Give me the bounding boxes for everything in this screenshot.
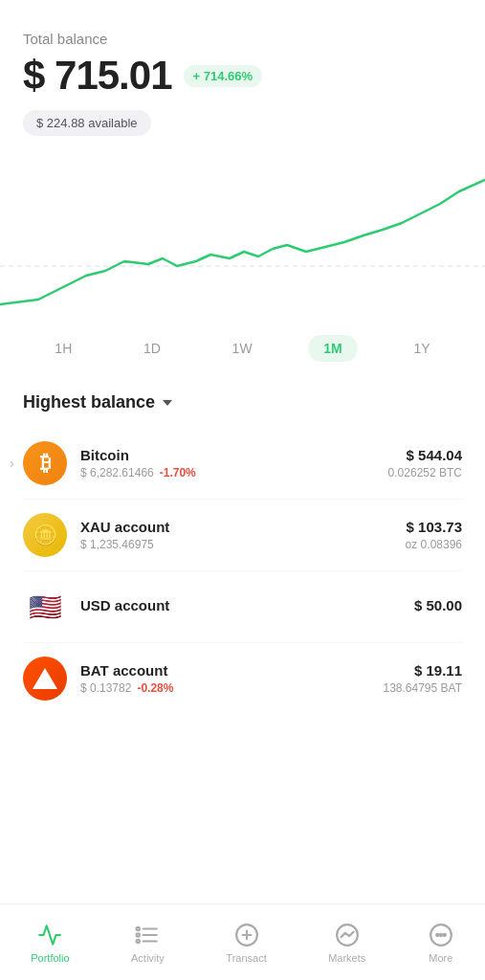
bitcoin-qty: 0.026252 BTC [388,466,462,479]
xau-price: $ 1,235.46975 [80,538,154,551]
nav-markets[interactable]: Markets [313,914,381,971]
total-balance-label: Total balance [23,31,462,47]
asset-item-bat[interactable]: BAT account $ 0.13782 -0.28% $ 19.11 138… [23,643,462,714]
usd-values: $ 50.00 [414,597,462,616]
asset-item-xau[interactable]: 🪙 XAU account $ 1,235.46975 $ 103.73 oz … [23,500,462,571]
activity-icon [134,922,161,948]
asset-item-usd[interactable]: 🇺🇸 USD account $ 50.00 [23,571,462,643]
section-header[interactable]: Highest balance [0,392,485,412]
usd-info: USD account [80,597,414,616]
xau-info: XAU account $ 1,235.46975 [80,519,406,551]
usd-flag-icon: 🇺🇸 [23,585,67,629]
transact-icon [233,922,260,948]
bitcoin-values: $ 544.04 0.026252 BTC [388,447,462,479]
balance-change-badge: + 714.66% [184,65,263,87]
bat-subinfo: $ 0.13782 -0.28% [80,681,383,695]
nav-portfolio[interactable]: Portfolio [15,914,84,971]
bitcoin-subinfo: $ 6,282.61466 -1.70% [80,466,388,479]
time-1h[interactable]: 1H [39,335,87,362]
bat-info: BAT account $ 0.13782 -0.28% [80,662,383,695]
bottom-navigation: Portfolio Activity Transact [0,903,485,980]
time-1y[interactable]: 1Y [399,335,446,362]
activity-nav-label: Activity [131,952,165,964]
bitcoin-change: -1.70% [160,466,196,479]
svg-point-6 [137,939,140,942]
bitcoin-price: $ 6,282.61466 [80,466,154,479]
bat-price: $ 0.13782 [80,681,131,695]
xau-subinfo: $ 1,235.46975 [80,538,406,551]
markets-nav-label: Markets [328,952,365,964]
svg-point-5 [137,933,140,936]
time-1m[interactable]: 1M [308,335,357,362]
portfolio-icon [36,922,63,948]
usd-value: $ 50.00 [414,597,462,613]
xau-qty: oz 0.08396 [406,538,462,551]
bat-change: -0.28% [137,681,173,695]
available-balance: $ 224.88 available [23,110,151,136]
time-1w[interactable]: 1W [217,335,268,362]
bat-value: $ 19.11 [383,662,462,679]
chevron-down-icon [163,400,172,406]
xau-values: $ 103.73 oz 0.08396 [406,519,462,551]
time-1d[interactable]: 1D [128,335,176,362]
section-title: Highest balance [23,392,155,412]
more-nav-label: More [429,952,452,964]
xau-icon: 🪙 [23,513,67,557]
nav-more[interactable]: More [412,914,470,971]
more-icon [428,922,454,948]
asset-list: › ₿ Bitcoin $ 6,282.61466 -1.70% $ 544.0… [0,428,485,714]
asset-arrow-icon: › [10,456,14,471]
bitcoin-name: Bitcoin [80,447,388,463]
nav-activity[interactable]: Activity [116,914,180,971]
svg-point-4 [137,926,140,929]
time-range-selector: 1H 1D 1W 1M 1Y [0,323,485,373]
bat-name: BAT account [80,662,383,679]
bat-values: $ 19.11 138.64795 BAT [383,662,462,695]
usd-name: USD account [80,597,414,613]
xau-value: $ 103.73 [406,519,462,535]
bat-qty: 138.64795 BAT [383,681,462,695]
balance-amount: $ 715.01 [23,53,172,99]
bitcoin-info: Bitcoin $ 6,282.61466 -1.70% [80,447,388,479]
svg-point-13 [440,933,442,935]
xau-name: XAU account [80,519,406,535]
bat-icon [23,657,67,701]
svg-point-14 [443,933,445,935]
bitcoin-value: $ 544.04 [388,447,462,463]
asset-item-bitcoin[interactable]: › ₿ Bitcoin $ 6,282.61466 -1.70% $ 544.0… [23,428,462,500]
transact-nav-label: Transact [226,952,266,964]
portfolio-nav-label: Portfolio [31,952,69,964]
svg-point-12 [436,933,438,935]
portfolio-chart [0,151,485,323]
nav-transact[interactable]: Transact [210,914,281,971]
markets-icon [334,922,361,948]
bitcoin-icon: ₿ [23,441,67,485]
